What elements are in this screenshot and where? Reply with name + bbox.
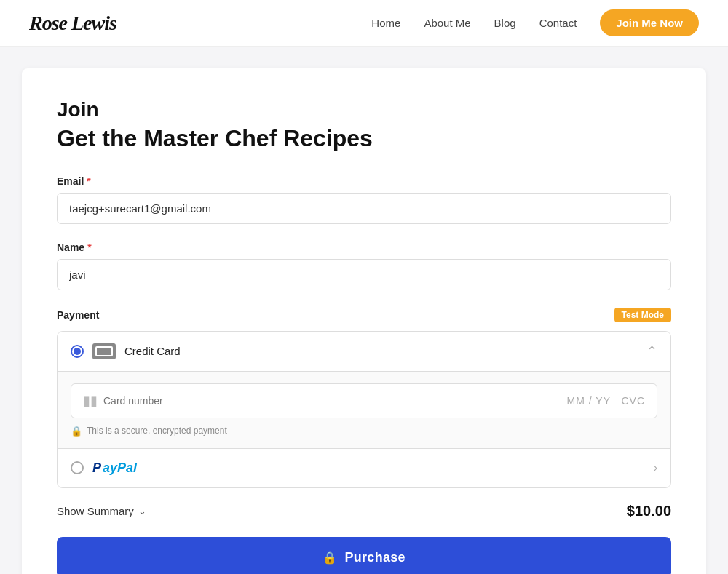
card-expiry-cvc: MM / YY CVC — [567, 395, 645, 407]
show-summary-label: Show Summary — [57, 505, 134, 517]
card-number-input[interactable] — [103, 395, 561, 407]
card-input-section: ▮▮ MM / YY CVC 🔒 This is a secure, encry… — [58, 371, 670, 448]
email-input[interactable] — [57, 193, 671, 224]
name-input[interactable] — [57, 259, 671, 290]
summary-row: Show Summary ⌄ $10.00 — [57, 488, 671, 537]
page-wrapper: Join Get the Master Chef Recipes Email *… — [7, 47, 721, 574]
nav-link-home[interactable]: Home — [371, 17, 400, 29]
purchase-label: Purchase — [344, 550, 405, 565]
nav-links: Home About Me Blog Contact Join Me Now — [371, 9, 699, 36]
name-label: Name * — [57, 242, 671, 253]
card-placeholder-icon: ▮▮ — [83, 393, 98, 409]
join-label: Join — [57, 97, 671, 122]
show-summary-button[interactable]: Show Summary ⌄ — [57, 505, 146, 517]
form-card: Join Get the Master Chef Recipes Email *… — [22, 68, 706, 574]
credit-card-radio[interactable] — [71, 345, 84, 358]
navbar: Rose Lewis Home About Me Blog Contact Jo… — [0, 0, 728, 47]
card-number-row: ▮▮ MM / YY CVC — [71, 383, 657, 418]
email-field-group: Email * — [57, 175, 671, 224]
name-field-group: Name * — [57, 242, 671, 290]
summary-chevron-icon: ⌄ — [138, 506, 146, 517]
paypal-chevron-icon: › — [654, 461, 657, 474]
email-required-star: * — [87, 175, 90, 187]
credit-card-chevron-icon: ⌃ — [646, 343, 657, 359]
name-required-star: * — [87, 242, 91, 253]
purchase-lock-icon: 🔒 — [323, 551, 337, 565]
credit-card-label: Credit Card — [124, 345, 638, 357]
secure-notice: 🔒 This is a secure, encrypted payment — [71, 426, 657, 437]
join-now-button[interactable]: Join Me Now — [600, 9, 699, 36]
payment-options-container: Credit Card ⌃ ▮▮ MM / YY CVC 🔒 This is a… — [57, 331, 671, 488]
payment-header: Payment Test Mode — [57, 308, 671, 322]
nav-link-contact[interactable]: Contact — [539, 17, 577, 29]
paypal-radio[interactable] — [71, 461, 84, 474]
secure-lock-icon: 🔒 — [71, 426, 82, 437]
test-mode-badge: Test Mode — [614, 308, 671, 322]
payment-section-label: Payment — [57, 309, 99, 321]
price-total: $10.00 — [627, 503, 671, 519]
paypal-option[interactable]: PayPal › — [58, 449, 670, 487]
credit-card-icon — [92, 343, 116, 359]
credit-card-option[interactable]: Credit Card ⌃ — [58, 332, 670, 371]
payment-section: Payment Test Mode Credit Card ⌃ ▮▮ — [57, 308, 671, 488]
nav-link-blog[interactable]: Blog — [494, 17, 516, 29]
purchase-button[interactable]: 🔒 Purchase — [57, 537, 671, 574]
secure-notice-text: This is a secure, encrypted payment — [87, 426, 227, 436]
email-label: Email * — [57, 175, 671, 187]
paypal-logo: PayPal — [92, 461, 137, 476]
product-title: Get the Master Chef Recipes — [57, 125, 671, 152]
site-logo: Rose Lewis — [29, 12, 116, 35]
nav-link-about[interactable]: About Me — [424, 17, 470, 29]
